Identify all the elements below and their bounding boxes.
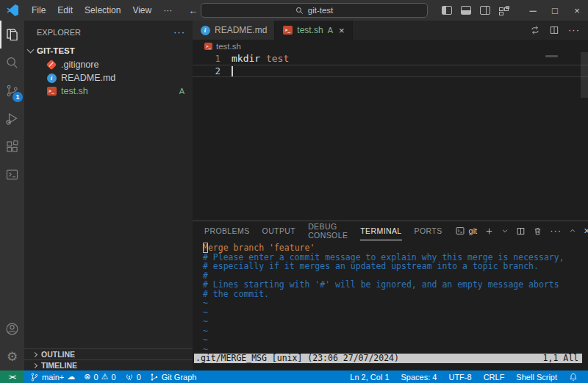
terminal-tilde: ~ <box>203 317 584 326</box>
activitybar-run-debug[interactable] <box>0 104 24 132</box>
chevron-right-icon <box>32 351 37 357</box>
terminal-profile-label[interactable]: git <box>469 226 478 235</box>
customize-layout-icon[interactable] <box>499 6 510 15</box>
file-readme[interactable]: i README.md <box>24 71 193 85</box>
bell-icon <box>569 373 578 382</box>
toggle-panel-icon[interactable] <box>461 6 471 15</box>
encoding[interactable]: UTF-8 <box>442 371 477 383</box>
run-debug-icon <box>4 111 20 126</box>
tab-label: test.sh <box>297 25 323 35</box>
git-status-badge: A <box>179 87 184 96</box>
warning-count: 0 <box>112 373 116 382</box>
activitybar-search[interactable] <box>0 49 24 76</box>
language-mode[interactable]: Shell Script <box>510 371 563 383</box>
remote-indicator[interactable]: >< <box>0 371 24 383</box>
timeline-label: TIMELINE <box>41 361 77 370</box>
error-count: 0 <box>94 373 98 382</box>
terminal-tilde: ~ <box>203 335 584 345</box>
cursor-position[interactable]: Ln 2, Col 1 <box>344 371 395 383</box>
breadcrumb[interactable]: >_ test.sh <box>193 40 588 52</box>
timeline-section[interactable]: TIMELINE <box>24 359 193 371</box>
tab-terminal[interactable]: TERMINAL <box>360 221 401 240</box>
new-terminal-icon[interactable] <box>484 226 494 236</box>
branch-indicator[interactable]: main+ ☁ <box>26 371 79 383</box>
menu-view[interactable]: View <box>126 3 157 18</box>
command-center-search[interactable]: git-test <box>201 3 428 18</box>
tab-close-icon[interactable]: × <box>339 25 345 36</box>
close-button[interactable]: × <box>566 0 588 21</box>
folder-git-test[interactable]: GIT-TEST <box>24 43 193 58</box>
panel-more-actions-icon[interactable]: ··· <box>550 229 562 232</box>
eol-sequence[interactable]: CRLF <box>478 371 511 383</box>
vim-position: 1,1 All <box>543 354 578 363</box>
activitybar-remote-terminal[interactable] <box>0 160 24 188</box>
open-changes-icon[interactable] <box>530 25 540 35</box>
search-icon <box>4 55 20 71</box>
warning-icon: ⚠ <box>101 373 109 381</box>
nav-back-icon[interactable]: ← <box>188 5 198 16</box>
problems-indicator[interactable]: ⊗ 0 ⚠ 0 <box>79 371 120 383</box>
vscode-logo-icon <box>7 4 18 16</box>
explorer-title: EXPLORER <box>37 28 173 37</box>
code-line-2-current: 2 <box>193 65 588 77</box>
line-number: 2 <box>193 65 220 77</box>
code-editor[interactable]: 1 mkdir test 2 <box>193 52 588 221</box>
terminal-line: # Lines starting with '#' will be ignore… <box>203 280 584 290</box>
git-icon <box>46 60 57 70</box>
tab-ports[interactable]: PORTS <box>415 221 442 240</box>
vim-statusline: .git/MERGE_MSG [unix] (23:06 27/07/2024)… <box>194 354 582 363</box>
editor-scrollbar[interactable] <box>581 52 588 98</box>
split-terminal-icon[interactable] <box>516 226 526 236</box>
explorer-more-actions-icon[interactable]: ··· <box>173 30 185 34</box>
chevron-down-icon[interactable] <box>501 227 509 235</box>
activitybar-explorer[interactable] <box>0 21 24 49</box>
activitybar-account[interactable] <box>0 315 24 343</box>
file-gitignore[interactable]: .gitignore <box>24 58 193 71</box>
activitybar-source-control[interactable]: 1 <box>0 76 24 104</box>
vscode-window: File Edit Selection View ··· ← → git-tes… <box>0 0 588 383</box>
tab-output[interactable]: OUTPUT <box>262 221 296 240</box>
info-icon: i <box>200 25 210 35</box>
chevron-right-icon <box>32 362 37 368</box>
git-graph-label: Git Graph <box>162 373 197 382</box>
ports-count: 0 <box>137 373 141 382</box>
menu-edit[interactable]: Edit <box>51 3 79 18</box>
minimap[interactable] <box>541 54 579 57</box>
file-test-sh[interactable]: >_ test.sh A <box>24 85 193 98</box>
indentation[interactable]: Spaces: 4 <box>395 371 443 383</box>
toggle-sidebar-icon[interactable] <box>442 6 452 15</box>
gear-icon: ⚙ <box>7 351 18 363</box>
minimize-button[interactable]: ─ <box>522 0 544 21</box>
outline-section[interactable]: OUTLINE <box>24 348 193 359</box>
toggle-secondary-sidebar-icon[interactable] <box>480 6 490 15</box>
account-icon <box>4 321 20 337</box>
split-editor-icon[interactable] <box>549 25 559 35</box>
panel-close-icon[interactable]: × <box>584 225 588 237</box>
activitybar-settings[interactable]: ⚙ <box>0 343 24 371</box>
notifications-bell[interactable] <box>563 371 584 383</box>
titlebar: File Edit Selection View ··· ← → git-tes… <box>0 0 588 21</box>
terminal-line: erge branch 'feature' <box>208 243 315 253</box>
trash-icon[interactable] <box>533 226 542 236</box>
tab-problems[interactable]: PROBLEMS <box>204 221 250 240</box>
vim-filename: .git/MERGE_MSG [unix] (23:06 27/07/2024) <box>196 354 399 363</box>
tab-readme[interactable]: i README.md <box>193 21 275 40</box>
terminal-tilde: ~ <box>203 326 584 336</box>
terminal[interactable]: Merge branch 'feature' # Please enter a … <box>193 240 588 371</box>
outline-label: OUTLINE <box>41 350 75 359</box>
menu-file[interactable]: File <box>26 3 51 18</box>
terminal-profile-icon[interactable] <box>455 226 465 236</box>
shell-icon: >_ <box>204 43 212 50</box>
menu-overflow[interactable]: ··· <box>157 3 178 18</box>
ports-indicator[interactable]: 0 <box>121 371 146 383</box>
maximize-button[interactable]: □ <box>544 0 566 21</box>
tab-debug-console[interactable]: DEBUG CONSOLE <box>308 221 348 240</box>
git-graph-button[interactable]: Git Graph <box>146 371 201 383</box>
activitybar-extensions[interactable] <box>0 132 24 160</box>
editor-more-actions-icon[interactable]: ··· <box>568 28 580 32</box>
branch-label: main+ <box>42 373 64 382</box>
menu-selection[interactable]: Selection <box>79 3 126 18</box>
chevron-up-icon[interactable] <box>569 227 576 235</box>
tab-test-sh[interactable]: >_ test.sh A × <box>275 21 352 40</box>
remote-icon: >< <box>9 373 15 381</box>
